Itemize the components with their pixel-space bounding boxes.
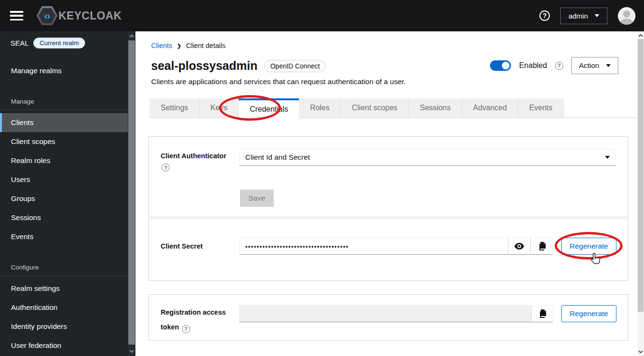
sidebar-item-realm-roles[interactable]: Realm roles [0, 151, 128, 170]
action-dropdown[interactable]: Action [571, 57, 618, 74]
sidebar-item-identity-providers[interactable]: Identity providers [0, 317, 128, 336]
registration-token-help-icon[interactable]: ? [182, 325, 190, 333]
keycloak-logo[interactable]: ‹› KEYCLOAK [37, 6, 122, 25]
keycloak-hex-icon: ‹› [37, 6, 58, 25]
regenerate-secret-button[interactable]: Regenerate [561, 238, 616, 255]
chevron-down-icon [605, 156, 610, 159]
sidebar-item-groups[interactable]: Groups [0, 189, 128, 208]
tab-sessions[interactable]: Sessions [409, 98, 462, 117]
user-dropdown[interactable]: admin [560, 8, 607, 24]
action-dropdown-label: Action [579, 61, 599, 70]
tab-roles[interactable]: Roles [299, 98, 341, 117]
breadcrumb-current: Client details [186, 42, 226, 49]
brand-text: KEYCLOAK [58, 10, 122, 22]
client-authenticator-help-icon[interactable]: ? [162, 164, 170, 172]
registration-token-input [239, 305, 531, 322]
tab-advanced[interactable]: Advanced [462, 98, 518, 117]
sidebar-item-clients[interactable]: Clients [0, 113, 128, 132]
chevron-down-icon [595, 14, 599, 17]
keycloak-admin-console: ‹› KEYCLOAK ? admin SEAL Current realm M… [0, 0, 644, 356]
enabled-toggle[interactable] [490, 60, 511, 71]
avatar[interactable] [618, 7, 635, 25]
registration-token-label: Registration access token? [161, 305, 232, 335]
breadcrumb-separator-icon: ❯ [177, 43, 181, 49]
registration-token-card: Registration access token? Regenerate [148, 294, 628, 341]
client-authenticator-value: Client Id and Secret [245, 153, 310, 162]
help-icon[interactable]: ? [539, 10, 550, 21]
page-subtitle: Clients are applications and services th… [151, 77, 406, 86]
current-realm-badge: Current realm [33, 38, 85, 48]
sidebar-item-users[interactable]: Users [0, 170, 128, 189]
realm-name: SEAL [10, 39, 29, 47]
client-secret-input-group: •••••••••••••••••••••••••••••••••••• [239, 238, 553, 255]
save-button[interactable]: Save [240, 190, 274, 207]
client-tabs: Settings Keys Credentials Roles Client s… [150, 98, 637, 118]
sidebar: SEAL Current realm Manage realms Manage … [0, 31, 128, 356]
realm-selector[interactable]: SEAL Current realm [0, 31, 128, 55]
tab-events[interactable]: Events [518, 98, 564, 117]
tab-settings[interactable]: Settings [150, 98, 200, 117]
client-authenticator-card: Client Authenticator ? Client Id and Sec… [148, 136, 628, 217]
scroll-up-icon[interactable] [129, 34, 134, 38]
sidebar-item-realm-settings[interactable]: Realm settings [0, 279, 128, 298]
copy-icon [538, 309, 546, 318]
client-secret-card: Client Secret ••••••••••••••••••••••••••… [148, 218, 628, 281]
tab-credentials[interactable]: Credentials [239, 98, 299, 118]
client-secret-input[interactable]: •••••••••••••••••••••••••••••••••••• [239, 238, 508, 255]
scroll-up-icon[interactable] [638, 33, 643, 38]
copy-secret-button[interactable] [530, 238, 553, 255]
sidebar-section-configure: Configure Realm settings Authentication … [0, 260, 128, 355]
regenerate-token-button[interactable]: Regenerate [561, 305, 616, 322]
breadcrumb-clients-link[interactable]: Clients [151, 42, 172, 49]
sidebar-item-client-scopes[interactable]: Client scopes [0, 132, 128, 151]
enabled-label: Enabled [519, 61, 547, 70]
scrollbar-thumb[interactable] [638, 39, 644, 312]
scroll-down-icon[interactable] [638, 349, 643, 354]
show-secret-button[interactable] [508, 238, 530, 255]
sidebar-item-sessions[interactable]: Sessions [0, 208, 128, 227]
main-content: Clients ❯ Client details seal-plossysadm… [135, 31, 637, 356]
menu-icon[interactable] [10, 11, 23, 20]
client-authenticator-select[interactable]: Client Id and Secret [239, 149, 616, 166]
sidebar-section-manage: Manage Clients Client scopes Realm roles… [0, 94, 128, 246]
sidebar-item-user-federation[interactable]: User federation [0, 336, 128, 355]
protocol-badge: OpenID Connect [264, 60, 326, 72]
section-label-manage: Manage [0, 94, 128, 110]
copy-icon [538, 242, 546, 250]
masthead: ‹› KEYCLOAK ? admin [0, 0, 644, 31]
copy-token-button[interactable] [531, 305, 553, 322]
sidebar-item-authentication[interactable]: Authentication [0, 298, 128, 317]
client-authenticator-label: Client Authenticator [161, 152, 226, 160]
sidebar-item-events[interactable]: Events [0, 227, 128, 246]
tab-client-scopes[interactable]: Client scopes [341, 98, 409, 117]
client-secret-masked-value: •••••••••••••••••••••••••••••••••••• [245, 243, 349, 250]
client-secret-label: Client Secret [161, 242, 203, 250]
section-label-configure: Configure [0, 260, 128, 276]
scroll-down-icon[interactable] [129, 349, 134, 354]
tab-keys[interactable]: Keys [200, 98, 239, 117]
sidebar-item-manage-realms[interactable]: Manage realms [0, 61, 128, 80]
enabled-help-icon[interactable]: ? [555, 62, 563, 70]
eye-icon [514, 243, 524, 250]
scrollbar-thumb[interactable] [128, 40, 135, 345]
chevron-down-icon [606, 64, 611, 67]
main-scrollbar[interactable] [637, 31, 644, 356]
breadcrumb: Clients ❯ Client details [151, 42, 226, 49]
user-dropdown-label: admin [568, 12, 588, 20]
sidebar-scrollbar[interactable] [128, 31, 135, 356]
page-title: seal-plossysadmin [151, 59, 258, 73]
